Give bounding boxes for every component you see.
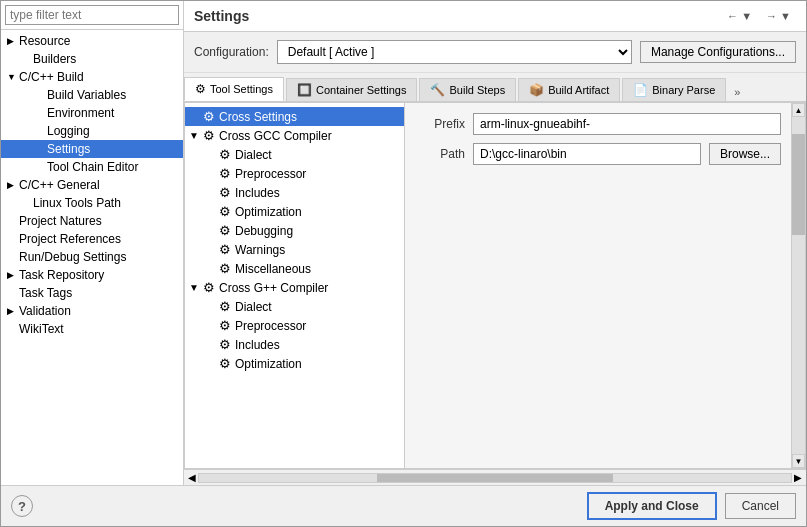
tree-label-task-tags: Task Tags bbox=[19, 286, 72, 300]
tool-tree-label-miscellaneous-gcc: Miscellaneous bbox=[235, 262, 311, 276]
tab-icon-build-steps: 🔨 bbox=[430, 83, 445, 97]
vertical-scrollbar[interactable]: ▲ ▼ bbox=[791, 103, 805, 468]
tab-label-build-artifact: Build Artifact bbox=[548, 84, 609, 96]
back-button[interactable]: ← ▼ bbox=[722, 7, 757, 25]
sidebar-item-resource[interactable]: ▶Resource bbox=[1, 32, 183, 50]
config-row: Configuration: Default [ Active ] Manage… bbox=[184, 32, 806, 73]
tabs-bar: ⚙Tool Settings🔲Container Settings🔨Build … bbox=[184, 73, 806, 102]
tool-tree-item-dialect-gcc[interactable]: ⚙Dialect bbox=[185, 145, 404, 164]
tab-container-settings[interactable]: 🔲Container Settings bbox=[286, 78, 418, 101]
tab-binary-parse[interactable]: 📄Binary Parse bbox=[622, 78, 726, 101]
tool-tree-item-includes-gpp[interactable]: ⚙Includes bbox=[185, 335, 404, 354]
tab-build-artifact[interactable]: 📦Build Artifact bbox=[518, 78, 620, 101]
manage-configurations-button[interactable]: Manage Configurations... bbox=[640, 41, 796, 63]
tool-tree-item-warnings-gcc[interactable]: ⚙Warnings bbox=[185, 240, 404, 259]
tree-label-build-variables: Build Variables bbox=[47, 88, 126, 102]
path-input[interactable] bbox=[473, 143, 701, 165]
tool-tree-arrow-cross-gpp-compiler: ▼ bbox=[189, 282, 199, 293]
tool-tree-item-optimization-gcc[interactable]: ⚙Optimization bbox=[185, 202, 404, 221]
browse-button[interactable]: Browse... bbox=[709, 143, 781, 165]
tool-tree-gear-debugging-gcc: ⚙ bbox=[219, 223, 231, 238]
sidebar-item-tool-chain-editor[interactable]: Tool Chain Editor bbox=[1, 158, 183, 176]
tree-label-project-references: Project References bbox=[19, 232, 121, 246]
filter-input[interactable] bbox=[5, 5, 179, 25]
tree-label-run-debug-settings: Run/Debug Settings bbox=[19, 250, 126, 264]
sidebar-item-environment[interactable]: Environment bbox=[1, 104, 183, 122]
header-icons: ← ▼ → ▼ bbox=[722, 7, 796, 25]
cancel-button[interactable]: Cancel bbox=[725, 493, 796, 519]
scroll-right-button[interactable]: ▶ bbox=[792, 472, 804, 483]
scroll-up-button[interactable]: ▲ bbox=[792, 103, 805, 117]
prefix-row: Prefix bbox=[415, 113, 781, 135]
tree-label-validation: Validation bbox=[19, 304, 71, 318]
sidebar-item-builders[interactable]: Builders bbox=[1, 50, 183, 68]
sidebar-item-cpp-general[interactable]: ▶C/C++ General bbox=[1, 176, 183, 194]
sidebar-item-build-variables[interactable]: Build Variables bbox=[1, 86, 183, 104]
scroll-thumb bbox=[792, 134, 805, 235]
tool-tree-label-includes-gpp: Includes bbox=[235, 338, 280, 352]
forward-button[interactable]: → ▼ bbox=[761, 7, 796, 25]
tree-label-environment: Environment bbox=[47, 106, 114, 120]
sidebar-item-task-tags[interactable]: Task Tags bbox=[1, 284, 183, 302]
main-content: ⚙Cross Settings▼⚙Cross GCC Compiler⚙Dial… bbox=[184, 102, 806, 469]
tool-tree-item-cross-gcc-compiler[interactable]: ▼⚙Cross GCC Compiler bbox=[185, 126, 404, 145]
sidebar-item-run-debug-settings[interactable]: Run/Debug Settings bbox=[1, 248, 183, 266]
tool-tree-item-debugging-gcc[interactable]: ⚙Debugging bbox=[185, 221, 404, 240]
sidebar-item-cpp-build[interactable]: ▼C/C++ Build bbox=[1, 68, 183, 86]
tab-build-steps[interactable]: 🔨Build Steps bbox=[419, 78, 516, 101]
sidebar-item-linux-tools-path[interactable]: Linux Tools Path bbox=[1, 194, 183, 212]
tree-label-cpp-build: C/C++ Build bbox=[19, 70, 84, 84]
tool-tree-gear-preprocessor-gcc: ⚙ bbox=[219, 166, 231, 181]
left-tree: ▶ResourceBuilders▼C/C++ BuildBuild Varia… bbox=[1, 30, 183, 485]
tool-tree-gear-includes-gcc: ⚙ bbox=[219, 185, 231, 200]
tool-tree-item-cross-settings[interactable]: ⚙Cross Settings bbox=[185, 107, 404, 126]
tool-tree-item-includes-gcc[interactable]: ⚙Includes bbox=[185, 183, 404, 202]
tool-tree-item-cross-gpp-compiler[interactable]: ▼⚙Cross G++ Compiler bbox=[185, 278, 404, 297]
right-panel: Settings ← ▼ → ▼ Configuration: Default … bbox=[184, 1, 806, 485]
tool-tree-item-preprocessor-gcc[interactable]: ⚙Preprocessor bbox=[185, 164, 404, 183]
tab-label-tool-settings: Tool Settings bbox=[210, 83, 273, 95]
tree-label-task-repository: Task Repository bbox=[19, 268, 104, 282]
tree-label-wikitext: WikiText bbox=[19, 322, 64, 336]
horizontal-scrollbar[interactable]: ◀ ▶ bbox=[184, 469, 806, 485]
apply-close-button[interactable]: Apply and Close bbox=[587, 492, 717, 520]
tool-tree-gear-warnings-gcc: ⚙ bbox=[219, 242, 231, 257]
help-button[interactable]: ? bbox=[11, 495, 33, 517]
tool-tree-label-warnings-gcc: Warnings bbox=[235, 243, 285, 257]
scroll-track bbox=[792, 117, 805, 454]
tool-tree-label-includes-gcc: Includes bbox=[235, 186, 280, 200]
config-select[interactable]: Default [ Active ] bbox=[277, 40, 632, 64]
tool-tree-gear-optimization-gpp: ⚙ bbox=[219, 356, 231, 371]
tabs-more-button[interactable]: » bbox=[728, 83, 746, 101]
tool-tree: ⚙Cross Settings▼⚙Cross GCC Compiler⚙Dial… bbox=[185, 103, 405, 468]
tree-arrow-validation: ▶ bbox=[7, 306, 17, 316]
tool-tree-label-cross-gpp-compiler: Cross G++ Compiler bbox=[219, 281, 328, 295]
sidebar-item-logging[interactable]: Logging bbox=[1, 122, 183, 140]
tool-tree-gear-cross-settings: ⚙ bbox=[203, 109, 215, 124]
tool-tree-item-miscellaneous-gcc[interactable]: ⚙Miscellaneous bbox=[185, 259, 404, 278]
sidebar-item-wikitext[interactable]: WikiText bbox=[1, 320, 183, 338]
tree-label-settings: Settings bbox=[47, 142, 90, 156]
sidebar-item-task-repository[interactable]: ▶Task Repository bbox=[1, 266, 183, 284]
tool-tree-label-dialect-gcc: Dialect bbox=[235, 148, 272, 162]
sidebar-item-settings[interactable]: Settings bbox=[1, 140, 183, 158]
prefix-input[interactable] bbox=[473, 113, 781, 135]
scroll-down-button[interactable]: ▼ bbox=[792, 454, 805, 468]
tool-tree-item-preprocessor-gpp[interactable]: ⚙Preprocessor bbox=[185, 316, 404, 335]
tool-tree-item-optimization-gpp[interactable]: ⚙Optimization bbox=[185, 354, 404, 373]
settings-header: Settings ← ▼ → ▼ bbox=[184, 1, 806, 32]
tool-tree-arrow-cross-gcc-compiler: ▼ bbox=[189, 130, 199, 141]
left-panel: ▶ResourceBuilders▼C/C++ BuildBuild Varia… bbox=[1, 1, 184, 485]
tool-tree-item-dialect-gpp[interactable]: ⚙Dialect bbox=[185, 297, 404, 316]
tab-icon-binary-parse: 📄 bbox=[633, 83, 648, 97]
scroll-left-button[interactable]: ◀ bbox=[186, 472, 198, 483]
tab-tool-settings[interactable]: ⚙Tool Settings bbox=[184, 77, 284, 101]
sidebar-item-validation[interactable]: ▶Validation bbox=[1, 302, 183, 320]
tree-label-cpp-general: C/C++ General bbox=[19, 178, 100, 192]
path-label: Path bbox=[415, 147, 465, 161]
sidebar-item-project-references[interactable]: Project References bbox=[1, 230, 183, 248]
sidebar-item-project-natures[interactable]: Project Natures bbox=[1, 212, 183, 230]
tool-tree-label-preprocessor-gcc: Preprocessor bbox=[235, 167, 306, 181]
tree-label-project-natures: Project Natures bbox=[19, 214, 102, 228]
h-scroll-thumb bbox=[377, 474, 614, 482]
